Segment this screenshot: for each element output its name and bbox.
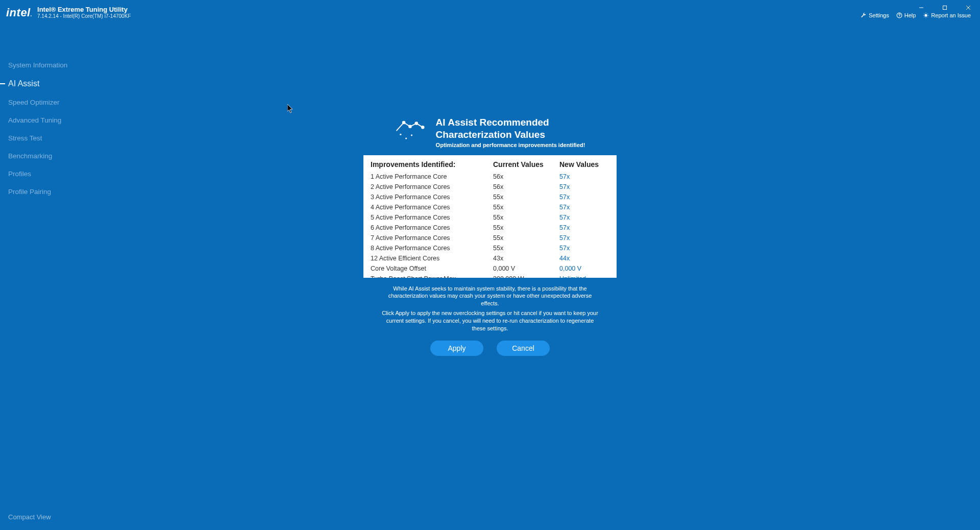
row-label: 2 Active Performance Cores [371,182,493,192]
table-row: 2 Active Performance Cores56x57x [371,182,609,192]
row-label: 3 Active Performance Cores [371,192,493,202]
table-row: 4 Active Performance Cores55x57x [371,202,609,212]
nav-ai-assist[interactable]: AI Assist [0,74,102,93]
row-label: 7 Active Performance Cores [371,233,493,243]
app-title: Intel® Extreme Tuning Utility [37,6,131,13]
row-current: 55x [493,192,559,202]
nav-compact-view[interactable]: Compact View [8,513,51,521]
svg-rect-1 [943,6,947,10]
dialog-subtitle: Optimization and performance improvement… [436,142,585,148]
row-new: 57x [559,212,605,223]
svg-point-12 [405,138,407,139]
help-icon [896,12,902,18]
svg-point-5 [899,16,899,17]
row-new: 57x [559,202,605,212]
svg-point-6 [925,14,927,16]
row-label: Turbo Boost Short Power Max [371,274,493,278]
ai-assist-icon [395,118,427,141]
row-current: 55x [493,202,559,212]
nav-benchmarking[interactable]: Benchmarking [0,147,102,165]
row-current: 56x [493,182,559,192]
dialog-title: AI Assist Recommended Characterization V… [436,116,585,141]
table-row: 3 Active Performance Cores55x57x [371,192,609,202]
help-label: Help [904,12,916,18]
row-new: 57x [559,243,605,253]
row-label: 6 Active Performance Cores [371,223,493,233]
row-current: 56x [493,172,559,182]
col-header-improvements: Improvements Identified: [371,160,493,168]
table-row: 7 Active Performance Cores55x57x [371,233,609,243]
row-current: 0,000 V [493,263,559,274]
dialog-disclaimer: While AI Assist seeks to maintain system… [380,283,600,334]
col-header-current: Current Values [493,160,559,168]
row-current: 55x [493,233,559,243]
settings-link[interactable]: Settings [861,12,889,18]
row-new: 57x [559,233,605,243]
row-new: 57x [559,172,605,182]
nav-stress-test[interactable]: Stress Test [0,129,102,147]
row-new: Unlimited [559,274,605,278]
nav-system-information[interactable]: System Information [0,56,102,74]
row-current: 43x [493,253,559,263]
title-bar: intel Intel® Extreme Tuning Utility 7.14… [0,0,980,18]
row-current: 300,000 W [493,274,559,278]
table-row: Core Voltage Offset0,000 V0,000 V [371,263,609,274]
row-new: 57x [559,192,605,202]
nav-profile-pairing[interactable]: Profile Pairing [0,183,102,201]
svg-point-11 [400,134,401,135]
row-current: 55x [493,243,559,253]
improvements-panel[interactable]: Improvements Identified: Current Values … [363,155,617,278]
row-label: Core Voltage Offset [371,263,493,274]
mouse-cursor-icon [287,104,293,113]
row-new: 0,000 V [559,263,605,274]
col-header-new: New Values [559,160,605,168]
settings-label: Settings [869,12,889,18]
ai-assist-dialog: AI Assist Recommended Characterization V… [362,116,618,356]
table-row: 6 Active Performance Cores55x57x [371,223,609,233]
nav-speed-optimizer[interactable]: Speed Optimizer [0,93,102,111]
row-label: 1 Active Performance Core [371,172,493,182]
help-link[interactable]: Help [896,12,916,18]
table-row: 12 Active Efficient Cores43x44x [371,253,609,263]
wrench-icon [861,12,867,18]
app-version: 7.14.2.14 - Intel(R) Core(TM) i7-14700KF [37,13,131,19]
table-row: 1 Active Performance Core56x57x [371,172,609,182]
row-new: 44x [559,253,605,263]
bug-icon [923,12,929,18]
side-nav: System Information AI Assist Speed Optim… [0,56,102,201]
row-label: 12 Active Efficient Cores [371,253,493,263]
table-row: 5 Active Performance Cores55x57x [371,212,609,223]
svg-point-13 [411,134,412,136]
row-new: 57x [559,223,605,233]
row-label: 4 Active Performance Cores [371,202,493,212]
nav-profiles[interactable]: Profiles [0,165,102,183]
cancel-button[interactable]: Cancel [497,341,550,356]
row-current: 55x [493,223,559,233]
row-new: 57x [559,182,605,192]
row-label: 8 Active Performance Cores [371,243,493,253]
row-label: 5 Active Performance Cores [371,212,493,223]
row-current: 55x [493,212,559,223]
nav-advanced-tuning[interactable]: Advanced Tuning [0,111,102,129]
report-label: Report an Issue [931,12,971,18]
table-row: 8 Active Performance Cores55x57x [371,243,609,253]
apply-button[interactable]: Apply [430,341,483,356]
report-link[interactable]: Report an Issue [923,12,971,18]
table-row: Turbo Boost Short Power Max300,000 WUnli… [371,274,609,278]
intel-logo: intel [6,6,32,19]
